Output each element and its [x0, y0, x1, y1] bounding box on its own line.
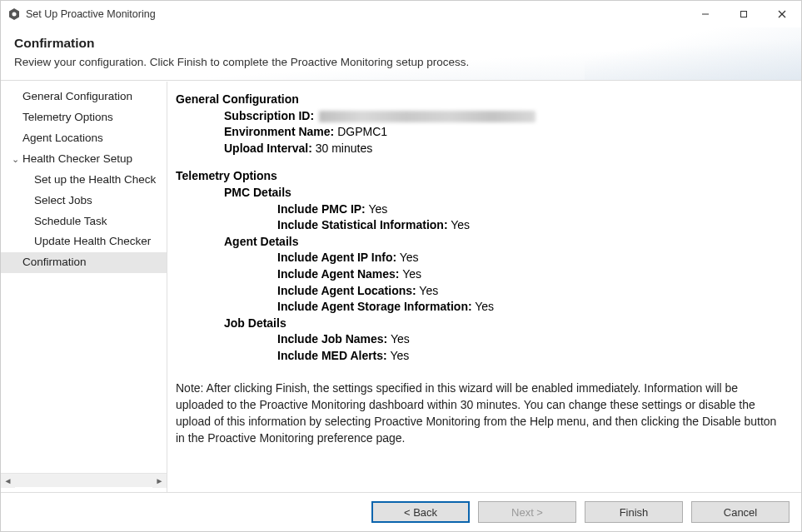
- section-telemetry-options: Telemetry Options: [176, 168, 788, 185]
- nav-item-confirmation[interactable]: Confirmation: [1, 252, 167, 273]
- wizard-nav: General Configuration Telemetry Options …: [1, 82, 167, 492]
- nav-item-set-up-health-check[interactable]: Set up the Health Check: [1, 170, 167, 191]
- label-include-agent-locations: Include Agent Locations:: [277, 284, 416, 297]
- app-icon: [7, 7, 21, 21]
- next-button: Next >: [478, 501, 576, 523]
- row-include-agent-ip-info: Include Agent IP Info: Yes: [277, 250, 788, 266]
- value-include-agent-names: Yes: [402, 267, 421, 281]
- row-include-med-alerts: Include MED Alerts: Yes: [277, 348, 788, 365]
- subsection-pmc-details: PMC Details: [224, 186, 291, 199]
- row-subscription-id: Subscription ID:: [224, 108, 788, 125]
- row-include-statistical-info: Include Statistical Information: Yes: [277, 217, 788, 234]
- row-include-agent-names: Include Agent Names: Yes: [277, 266, 788, 283]
- nav-item-update-health-checker[interactable]: Update Health Checker: [1, 231, 167, 252]
- label-subscription-id: Subscription ID:: [224, 109, 314, 122]
- maximize-button[interactable]: [725, 1, 763, 27]
- nav-item-general-configuration[interactable]: General Configuration: [1, 87, 167, 107]
- nav-item-schedule-task[interactable]: Schedule Task: [1, 211, 167, 232]
- wizard-header: Confirmation Review your configuration. …: [1, 27, 801, 81]
- label-environment-name: Environment Name:: [224, 125, 334, 138]
- titlebar: Set Up Proactive Monitoring: [1, 1, 801, 27]
- minimize-button[interactable]: [686, 1, 725, 27]
- nav-item-label: Health Checker Setup: [22, 151, 132, 168]
- value-include-pmc-ip: Yes: [368, 202, 387, 216]
- scroll-left-icon[interactable]: ◄: [1, 474, 15, 488]
- row-upload-interval: Upload Interval: 30 minutes: [224, 141, 788, 157]
- row-include-agent-storage-info: Include Agent Storage Information: Yes: [277, 299, 788, 316]
- value-upload-interval: 30 minutes: [316, 142, 372, 155]
- label-include-agent-names: Include Agent Names:: [277, 267, 400, 281]
- row-include-agent-locations: Include Agent Locations: Yes: [277, 283, 788, 300]
- page-title: Confirmation: [14, 36, 788, 51]
- cancel-button[interactable]: Cancel: [691, 501, 790, 523]
- value-include-agent-locations: Yes: [419, 284, 438, 297]
- nav-horizontal-scrollbar[interactable]: ◄ ►: [1, 473, 167, 487]
- page-subtitle: Review your configuration. Click Finish …: [14, 56, 788, 68]
- value-include-job-names: Yes: [391, 332, 410, 346]
- value-environment-name: DGPMC1: [337, 125, 387, 138]
- finish-note: Note: After clicking Finish, the setting…: [176, 380, 784, 447]
- scroll-right-icon[interactable]: ►: [152, 474, 167, 488]
- value-include-statistical-info: Yes: [451, 218, 470, 231]
- confirmation-panel: General Configuration Subscription ID: E…: [167, 82, 801, 492]
- label-include-med-alerts: Include MED Alerts:: [277, 349, 387, 362]
- svg-point-1: [12, 12, 17, 17]
- row-environment-name: Environment Name: DGPMC1: [224, 124, 788, 141]
- value-include-agent-ip-info: Yes: [400, 251, 419, 264]
- svg-rect-3: [741, 12, 747, 17]
- row-include-pmc-ip: Include PMC IP: Yes: [277, 201, 788, 218]
- nav-item-select-jobs[interactable]: Select Jobs: [1, 191, 167, 211]
- subsection-job-details: Job Details: [224, 316, 286, 330]
- label-include-agent-ip-info: Include Agent IP Info:: [277, 251, 396, 264]
- nav-item-telemetry-options[interactable]: Telemetry Options: [1, 107, 167, 128]
- close-button[interactable]: [763, 1, 801, 27]
- finish-button[interactable]: Finish: [585, 501, 683, 523]
- window-title: Set Up Proactive Monitoring: [26, 8, 156, 20]
- value-include-med-alerts: Yes: [390, 349, 409, 362]
- back-button[interactable]: < Back: [371, 501, 470, 523]
- wizard-footer: < Back Next > Finish Cancel: [1, 492, 801, 531]
- label-include-agent-storage-info: Include Agent Storage Information:: [277, 300, 472, 313]
- label-include-statistical-info: Include Statistical Information:: [277, 218, 448, 231]
- value-subscription-id-redacted: [319, 111, 535, 122]
- label-include-pmc-ip: Include PMC IP:: [277, 202, 366, 216]
- nav-item-health-checker-setup[interactable]: ⌄ Health Checker Setup: [1, 149, 167, 170]
- label-include-job-names: Include Job Names:: [277, 332, 387, 346]
- label-upload-interval: Upload Interval:: [224, 142, 312, 155]
- value-include-agent-storage-info: Yes: [475, 300, 494, 313]
- section-general-configuration: General Configuration: [176, 92, 788, 108]
- chevron-down-icon: ⌄: [9, 152, 21, 167]
- row-include-job-names: Include Job Names: Yes: [277, 331, 788, 348]
- wizard-body: General Configuration Telemetry Options …: [1, 81, 801, 492]
- nav-item-agent-locations[interactable]: Agent Locations: [1, 128, 167, 149]
- subsection-agent-details: Agent Details: [224, 235, 298, 248]
